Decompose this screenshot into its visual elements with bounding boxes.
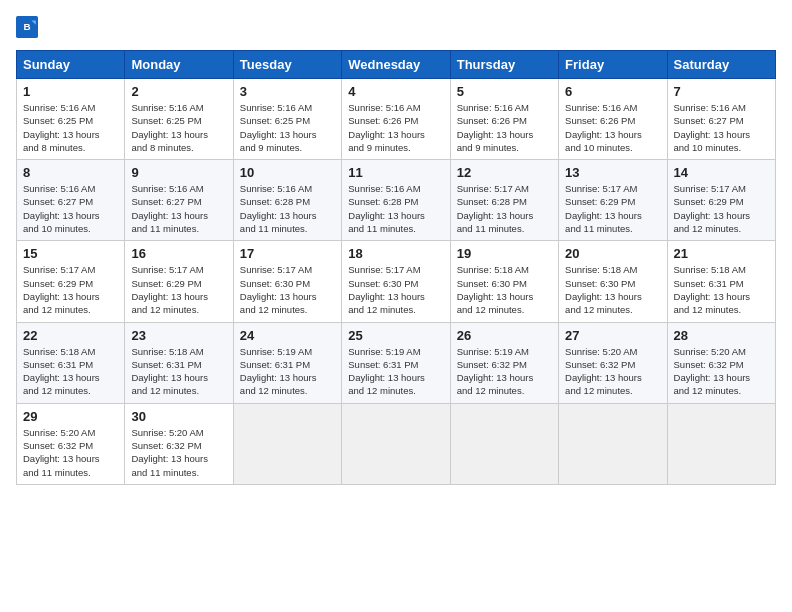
calendar-cell: 9Sunrise: 5:16 AMSunset: 6:27 PMDaylight…	[125, 160, 233, 241]
calendar-cell: 3Sunrise: 5:16 AMSunset: 6:25 PMDaylight…	[233, 79, 341, 160]
calendar-cell: 10Sunrise: 5:16 AMSunset: 6:28 PMDayligh…	[233, 160, 341, 241]
calendar-cell: 12Sunrise: 5:17 AMSunset: 6:28 PMDayligh…	[450, 160, 558, 241]
day-info: Sunrise: 5:16 AMSunset: 6:27 PMDaylight:…	[674, 101, 769, 154]
day-number: 10	[240, 165, 335, 180]
day-number: 27	[565, 328, 660, 343]
calendar-cell	[342, 403, 450, 484]
day-number: 16	[131, 246, 226, 261]
day-number: 17	[240, 246, 335, 261]
day-number: 15	[23, 246, 118, 261]
day-info: Sunrise: 5:17 AMSunset: 6:28 PMDaylight:…	[457, 182, 552, 235]
weekday-header-thursday: Thursday	[450, 51, 558, 79]
calendar-cell: 18Sunrise: 5:17 AMSunset: 6:30 PMDayligh…	[342, 241, 450, 322]
day-number: 25	[348, 328, 443, 343]
calendar-cell	[233, 403, 341, 484]
calendar-cell: 21Sunrise: 5:18 AMSunset: 6:31 PMDayligh…	[667, 241, 775, 322]
calendar-cell: 2Sunrise: 5:16 AMSunset: 6:25 PMDaylight…	[125, 79, 233, 160]
day-info: Sunrise: 5:18 AMSunset: 6:30 PMDaylight:…	[565, 263, 660, 316]
calendar-table: SundayMondayTuesdayWednesdayThursdayFrid…	[16, 50, 776, 485]
calendar-cell: 7Sunrise: 5:16 AMSunset: 6:27 PMDaylight…	[667, 79, 775, 160]
day-number: 24	[240, 328, 335, 343]
calendar-cell: 23Sunrise: 5:18 AMSunset: 6:31 PMDayligh…	[125, 322, 233, 403]
day-number: 28	[674, 328, 769, 343]
day-info: Sunrise: 5:16 AMSunset: 6:27 PMDaylight:…	[23, 182, 118, 235]
day-info: Sunrise: 5:20 AMSunset: 6:32 PMDaylight:…	[23, 426, 118, 479]
day-number: 6	[565, 84, 660, 99]
day-number: 13	[565, 165, 660, 180]
calendar-cell: 15Sunrise: 5:17 AMSunset: 6:29 PMDayligh…	[17, 241, 125, 322]
calendar-cell: 8Sunrise: 5:16 AMSunset: 6:27 PMDaylight…	[17, 160, 125, 241]
day-number: 29	[23, 409, 118, 424]
day-info: Sunrise: 5:18 AMSunset: 6:30 PMDaylight:…	[457, 263, 552, 316]
day-info: Sunrise: 5:16 AMSunset: 6:26 PMDaylight:…	[457, 101, 552, 154]
calendar-cell: 20Sunrise: 5:18 AMSunset: 6:30 PMDayligh…	[559, 241, 667, 322]
weekday-header-saturday: Saturday	[667, 51, 775, 79]
logo-icon: B	[16, 16, 38, 42]
day-info: Sunrise: 5:19 AMSunset: 6:31 PMDaylight:…	[348, 345, 443, 398]
day-number: 5	[457, 84, 552, 99]
calendar-cell: 16Sunrise: 5:17 AMSunset: 6:29 PMDayligh…	[125, 241, 233, 322]
weekday-header-monday: Monday	[125, 51, 233, 79]
day-info: Sunrise: 5:17 AMSunset: 6:30 PMDaylight:…	[348, 263, 443, 316]
calendar-cell: 25Sunrise: 5:19 AMSunset: 6:31 PMDayligh…	[342, 322, 450, 403]
day-info: Sunrise: 5:16 AMSunset: 6:26 PMDaylight:…	[565, 101, 660, 154]
day-info: Sunrise: 5:16 AMSunset: 6:26 PMDaylight:…	[348, 101, 443, 154]
day-number: 12	[457, 165, 552, 180]
day-info: Sunrise: 5:19 AMSunset: 6:31 PMDaylight:…	[240, 345, 335, 398]
day-info: Sunrise: 5:20 AMSunset: 6:32 PMDaylight:…	[565, 345, 660, 398]
day-info: Sunrise: 5:18 AMSunset: 6:31 PMDaylight:…	[131, 345, 226, 398]
day-info: Sunrise: 5:17 AMSunset: 6:29 PMDaylight:…	[565, 182, 660, 235]
svg-text:B: B	[23, 21, 30, 32]
day-number: 20	[565, 246, 660, 261]
day-info: Sunrise: 5:20 AMSunset: 6:32 PMDaylight:…	[674, 345, 769, 398]
calendar-cell: 30Sunrise: 5:20 AMSunset: 6:32 PMDayligh…	[125, 403, 233, 484]
day-number: 11	[348, 165, 443, 180]
day-number: 22	[23, 328, 118, 343]
day-number: 23	[131, 328, 226, 343]
calendar-cell: 17Sunrise: 5:17 AMSunset: 6:30 PMDayligh…	[233, 241, 341, 322]
day-number: 14	[674, 165, 769, 180]
calendar-cell: 26Sunrise: 5:19 AMSunset: 6:32 PMDayligh…	[450, 322, 558, 403]
calendar-cell: 5Sunrise: 5:16 AMSunset: 6:26 PMDaylight…	[450, 79, 558, 160]
calendar-cell: 28Sunrise: 5:20 AMSunset: 6:32 PMDayligh…	[667, 322, 775, 403]
day-info: Sunrise: 5:17 AMSunset: 6:30 PMDaylight:…	[240, 263, 335, 316]
logo: B	[16, 16, 42, 42]
calendar-cell: 19Sunrise: 5:18 AMSunset: 6:30 PMDayligh…	[450, 241, 558, 322]
day-number: 1	[23, 84, 118, 99]
day-info: Sunrise: 5:19 AMSunset: 6:32 PMDaylight:…	[457, 345, 552, 398]
weekday-header-tuesday: Tuesday	[233, 51, 341, 79]
calendar-cell: 13Sunrise: 5:17 AMSunset: 6:29 PMDayligh…	[559, 160, 667, 241]
day-info: Sunrise: 5:17 AMSunset: 6:29 PMDaylight:…	[131, 263, 226, 316]
weekday-header-wednesday: Wednesday	[342, 51, 450, 79]
day-number: 30	[131, 409, 226, 424]
calendar-cell	[667, 403, 775, 484]
calendar-cell	[450, 403, 558, 484]
calendar-cell: 24Sunrise: 5:19 AMSunset: 6:31 PMDayligh…	[233, 322, 341, 403]
calendar-cell: 22Sunrise: 5:18 AMSunset: 6:31 PMDayligh…	[17, 322, 125, 403]
header: B	[16, 16, 776, 42]
day-number: 8	[23, 165, 118, 180]
calendar-cell: 6Sunrise: 5:16 AMSunset: 6:26 PMDaylight…	[559, 79, 667, 160]
day-number: 3	[240, 84, 335, 99]
calendar-cell: 4Sunrise: 5:16 AMSunset: 6:26 PMDaylight…	[342, 79, 450, 160]
day-number: 26	[457, 328, 552, 343]
weekday-header-friday: Friday	[559, 51, 667, 79]
day-number: 9	[131, 165, 226, 180]
day-info: Sunrise: 5:16 AMSunset: 6:28 PMDaylight:…	[348, 182, 443, 235]
day-info: Sunrise: 5:18 AMSunset: 6:31 PMDaylight:…	[674, 263, 769, 316]
calendar-cell: 11Sunrise: 5:16 AMSunset: 6:28 PMDayligh…	[342, 160, 450, 241]
day-number: 19	[457, 246, 552, 261]
day-info: Sunrise: 5:16 AMSunset: 6:25 PMDaylight:…	[23, 101, 118, 154]
weekday-header-sunday: Sunday	[17, 51, 125, 79]
day-info: Sunrise: 5:17 AMSunset: 6:29 PMDaylight:…	[23, 263, 118, 316]
day-number: 7	[674, 84, 769, 99]
day-number: 21	[674, 246, 769, 261]
calendar-cell: 1Sunrise: 5:16 AMSunset: 6:25 PMDaylight…	[17, 79, 125, 160]
calendar-cell: 14Sunrise: 5:17 AMSunset: 6:29 PMDayligh…	[667, 160, 775, 241]
calendar-cell: 27Sunrise: 5:20 AMSunset: 6:32 PMDayligh…	[559, 322, 667, 403]
day-number: 4	[348, 84, 443, 99]
day-number: 18	[348, 246, 443, 261]
day-number: 2	[131, 84, 226, 99]
day-info: Sunrise: 5:16 AMSunset: 6:27 PMDaylight:…	[131, 182, 226, 235]
day-info: Sunrise: 5:20 AMSunset: 6:32 PMDaylight:…	[131, 426, 226, 479]
